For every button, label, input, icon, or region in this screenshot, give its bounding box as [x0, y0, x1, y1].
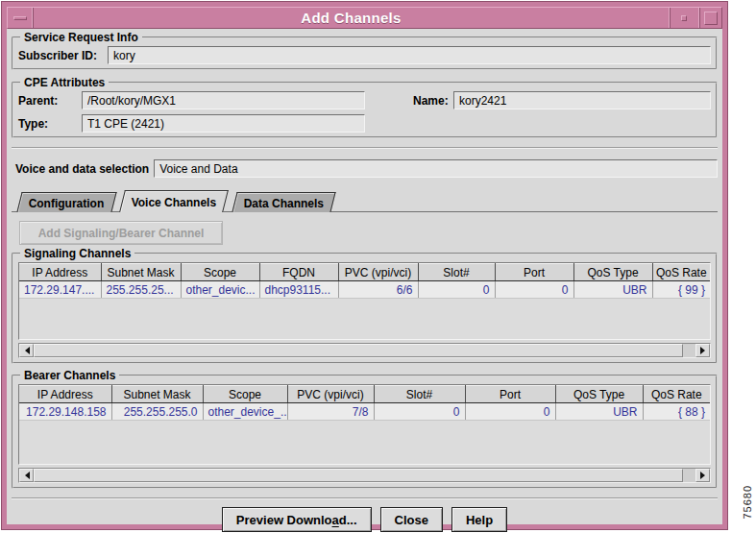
minimize-icon — [681, 15, 687, 21]
signaling-header-row: IP Address Subnet Mask Scope FQDN PVC (v… — [19, 264, 710, 281]
bearer-table: IP Address Subnet Mask Scope PVC (vpi/vc… — [19, 385, 710, 421]
cell-qos-rate[interactable]: { 88 } — [643, 403, 710, 421]
separator — [12, 497, 718, 499]
tab-bar: Configuration Voice Channels Data Channe… — [12, 190, 718, 212]
cell-ip-address[interactable]: 172.29.148.158 — [19, 403, 111, 421]
column-header-scope[interactable]: Scope — [203, 386, 287, 403]
column-header-pvc[interactable]: PVC (vpi/vci) — [287, 386, 374, 403]
bearer-channels-group-label: Bearer Channels — [20, 369, 119, 382]
subscriber-id-field[interactable] — [108, 46, 711, 64]
cell-port[interactable]: 0 — [465, 403, 555, 421]
cell-qos-type[interactable]: UBR — [573, 281, 652, 299]
scroll-right-button[interactable] — [695, 469, 710, 482]
add-channels-dialog: Add Channels Service Request Info Subscr… — [2, 2, 727, 529]
right-arrow-icon — [700, 472, 709, 479]
scrollbar-track[interactable] — [34, 469, 695, 482]
signaling-horizontal-scrollbar[interactable] — [18, 343, 711, 358]
tab-configuration[interactable]: Configuration — [16, 192, 116, 212]
footer-button-row: Preview Download... Close Help — [12, 507, 718, 532]
type-field[interactable] — [82, 114, 365, 133]
scroll-left-button[interactable] — [19, 469, 34, 482]
parent-field[interactable] — [82, 91, 365, 109]
window-title: Add Channels — [34, 8, 669, 28]
cell-subnet-mask[interactable]: 255.255.255.0 — [111, 403, 203, 421]
cell-subnet-mask[interactable]: 255.255.25... — [101, 281, 181, 299]
name-field[interactable] — [453, 91, 711, 109]
column-header-slot[interactable]: Slot# — [418, 264, 495, 281]
bearer-header-row: IP Address Subnet Mask Scope PVC (vpi/vc… — [19, 386, 710, 403]
voice-data-selection-field[interactable] — [154, 159, 718, 178]
tab-voice-channels-label: Voice Channels — [132, 192, 216, 213]
maximize-button[interactable] — [698, 8, 721, 28]
service-request-group-label: Service Request Info — [20, 31, 142, 44]
window-menu-icon — [13, 16, 27, 20]
bearer-horizontal-scrollbar[interactable] — [18, 468, 711, 483]
name-label: Name: — [413, 94, 453, 108]
cell-pvc[interactable]: 6/6 — [338, 281, 418, 299]
figure-number: 75680 — [742, 485, 753, 520]
bearer-channels-group: Bearer Channels IP Address Subnet Mask S… — [12, 375, 718, 489]
subscriber-id-label: Subscriber ID: — [18, 49, 108, 62]
parent-label: Parent: — [18, 94, 82, 108]
column-header-port[interactable]: Port — [465, 386, 555, 403]
dialog-content: Service Request Info Subscriber ID: CPE … — [7, 29, 722, 524]
column-header-scope[interactable]: Scope — [181, 264, 259, 281]
column-header-qos-type[interactable]: QoS Type — [555, 386, 643, 403]
signaling-table-row[interactable]: 172.29.147.... 255.255.25... other_devic… — [19, 281, 710, 299]
column-header-pvc[interactable]: PVC (vpi/vci) — [338, 264, 418, 281]
column-header-subnet-mask[interactable]: Subnet Mask — [111, 386, 203, 403]
column-header-ip-address[interactable]: IP Address — [19, 264, 101, 281]
signaling-channels-group-label: Signaling Channels — [20, 247, 134, 260]
column-header-qos-rate[interactable]: QoS Rate — [652, 264, 710, 281]
bearer-table-row[interactable]: 172.29.148.158 255.255.255.0 other_devic… — [19, 403, 710, 421]
service-request-group: Service Request Info Subscriber ID: — [12, 36, 718, 70]
signaling-table: IP Address Subnet Mask Scope FQDN PVC (v… — [19, 263, 710, 299]
column-header-ip-address[interactable]: IP Address — [19, 386, 111, 403]
left-arrow-icon — [21, 347, 30, 354]
cell-port[interactable]: 0 — [495, 281, 573, 299]
cpe-attributes-group-label: CPE Attributes — [20, 76, 109, 89]
help-button[interactable]: Help — [451, 507, 507, 532]
signaling-channels-group: Signaling Channels IP Address Subnet Mas… — [12, 253, 718, 364]
cell-fqdn[interactable]: dhcp93115... — [259, 281, 338, 299]
add-signaling-bearer-channel-button[interactable]: Add Signaling/Bearer Channel — [19, 221, 223, 245]
tab-configuration-label: Configuration — [29, 194, 105, 213]
cell-ip-address[interactable]: 172.29.147.... — [19, 281, 101, 299]
cell-scope[interactable]: other_device_... — [203, 403, 287, 421]
titlebar[interactable]: Add Channels — [7, 7, 722, 29]
cell-scope[interactable]: other_devic... — [181, 281, 259, 299]
scrollbar-thumb[interactable] — [34, 469, 683, 482]
tab-data-channels[interactable]: Data Channels — [232, 192, 336, 212]
column-header-fqdn[interactable]: FQDN — [259, 264, 338, 281]
cell-pvc[interactable]: 7/8 — [287, 403, 374, 421]
minimize-button[interactable] — [669, 8, 698, 28]
column-header-subnet-mask[interactable]: Subnet Mask — [101, 264, 181, 281]
column-header-slot[interactable]: Slot# — [374, 386, 465, 403]
type-label: Type: — [18, 117, 82, 131]
cell-qos-type[interactable]: UBR — [555, 403, 643, 421]
tab-data-channels-label: Data Channels — [244, 194, 324, 213]
cell-slot[interactable]: 0 — [374, 403, 465, 421]
maximize-icon — [704, 12, 718, 25]
close-button[interactable]: Close — [380, 507, 443, 532]
cell-qos-rate[interactable]: { 99 } — [652, 281, 710, 299]
bearer-table-viewport: IP Address Subnet Mask Scope PVC (vpi/vc… — [18, 384, 711, 465]
column-header-port[interactable]: Port — [495, 264, 573, 281]
cpe-attributes-group: CPE Attributes Parent: Name: Type: — [12, 82, 718, 138]
column-header-qos-rate[interactable]: QoS Rate — [643, 386, 710, 403]
left-arrow-icon — [21, 472, 30, 479]
tab-voice-channels[interactable]: Voice Channels — [119, 190, 229, 212]
signaling-table-viewport: IP Address Subnet Mask Scope FQDN PVC (v… — [18, 262, 711, 340]
scrollbar-track[interactable] — [34, 344, 695, 357]
scroll-left-button[interactable] — [19, 344, 34, 357]
right-arrow-icon — [700, 347, 709, 354]
cell-slot[interactable]: 0 — [418, 281, 495, 299]
preview-download-button[interactable]: Preview Download... — [222, 507, 372, 532]
window-menu-button[interactable] — [8, 8, 34, 28]
scroll-right-button[interactable] — [695, 344, 710, 357]
separator — [12, 147, 718, 149]
scrollbar-thumb[interactable] — [34, 344, 683, 357]
voice-data-selection-label: Voice and data selection — [15, 162, 149, 176]
column-header-qos-type[interactable]: QoS Type — [573, 264, 652, 281]
